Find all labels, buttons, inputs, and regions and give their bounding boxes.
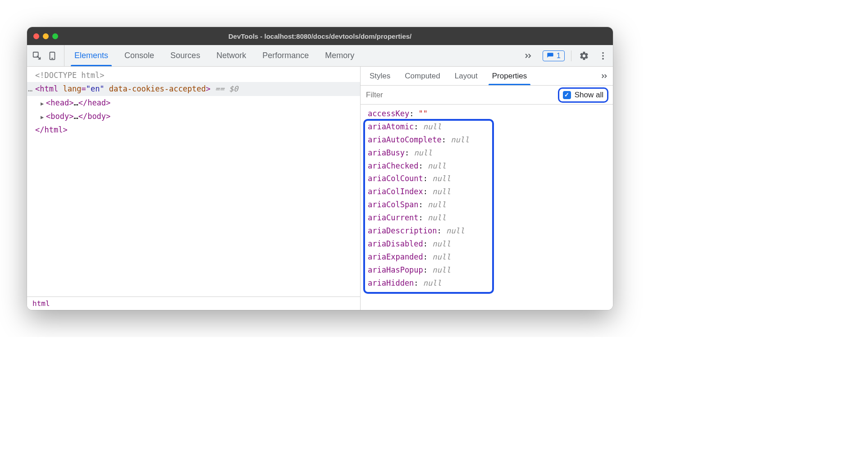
main-tabs-overflow-icon[interactable] <box>519 45 537 66</box>
property-row[interactable]: ariaExpanded: null <box>365 251 608 264</box>
sub-tab-properties[interactable]: Properties <box>485 67 534 85</box>
sidebar-tabs: StylesComputedLayoutProperties <box>361 67 613 86</box>
property-row[interactable]: ariaColIndex: null <box>365 185 608 198</box>
main-tab-network[interactable]: Network <box>208 45 254 66</box>
main-toolbar: ElementsConsoleSourcesNetworkPerformance… <box>27 45 613 67</box>
property-row[interactable]: ariaHidden: null <box>365 277 608 290</box>
property-row[interactable]: accessKey: "" <box>365 107 608 120</box>
main-tab-memory[interactable]: Memory <box>317 45 362 66</box>
issues-icon <box>547 52 554 59</box>
sub-tabs-overflow-icon[interactable] <box>534 67 613 85</box>
dom-node-head[interactable]: ▶<head>…</head> <box>27 96 360 109</box>
separator <box>571 50 571 61</box>
disclosure-triangle-icon[interactable]: ▶ <box>41 100 45 108</box>
dom-tree[interactable]: <!DOCTYPE html> <html lang="en" data-coo… <box>27 67 360 296</box>
dom-panel: <!DOCTYPE html> <html lang="en" data-coo… <box>27 67 361 310</box>
sub-tab-computed[interactable]: Computed <box>397 67 447 85</box>
property-row[interactable]: ariaColSpan: null <box>365 198 608 211</box>
minimize-window-button[interactable] <box>43 33 49 39</box>
sidebar-panel: StylesComputedLayoutProperties ✓ Show al… <box>361 67 613 310</box>
traffic-lights <box>33 33 58 39</box>
maximize-window-button[interactable] <box>52 33 58 39</box>
settings-icon[interactable] <box>578 50 590 62</box>
property-row[interactable]: ariaBusy: null <box>365 146 608 160</box>
devtools-window: DevTools - localhost:8080/docs/devtools/… <box>27 27 613 310</box>
sub-tab-layout[interactable]: Layout <box>448 67 485 85</box>
main-tab-performance[interactable]: Performance <box>254 45 317 66</box>
property-row[interactable]: ariaDescription: null <box>365 224 608 237</box>
filter-input[interactable] <box>365 90 554 100</box>
window-title: DevTools - localhost:8080/docs/devtools/… <box>228 32 411 40</box>
panel-content: <!DOCTYPE html> <html lang="en" data-coo… <box>27 67 613 310</box>
breadcrumb-html[interactable]: html <box>27 296 360 310</box>
issues-count: 1 <box>557 52 561 60</box>
filter-row: ✓ Show all <box>361 86 613 105</box>
disclosure-triangle-icon[interactable]: ▶ <box>41 113 45 122</box>
titlebar: DevTools - localhost:8080/docs/devtools/… <box>27 27 613 45</box>
dom-close-html[interactable]: </html> <box>27 123 360 137</box>
property-row[interactable]: ariaCurrent: null <box>365 211 608 224</box>
property-row[interactable]: ariaAutoComplete: null <box>365 133 608 146</box>
svg-point-5 <box>602 58 604 59</box>
svg-point-4 <box>602 55 604 57</box>
main-tab-sources[interactable]: Sources <box>162 45 208 66</box>
issues-badge[interactable]: 1 <box>543 50 565 61</box>
properties-list[interactable]: accessKey: ""ariaAtomic: nullariaAutoCom… <box>361 105 613 310</box>
inspect-element-icon[interactable] <box>31 50 43 62</box>
close-window-button[interactable] <box>33 33 39 39</box>
property-row[interactable]: ariaHasPopup: null <box>365 264 608 277</box>
svg-point-3 <box>602 52 604 54</box>
device-toggle-icon[interactable] <box>46 50 59 62</box>
property-row[interactable]: ariaAtomic: null <box>365 120 608 133</box>
main-tabs: ElementsConsoleSourcesNetworkPerformance… <box>66 45 519 66</box>
show-all-label: Show all <box>575 91 603 100</box>
main-tab-console[interactable]: Console <box>116 45 162 66</box>
property-row[interactable]: ariaChecked: null <box>365 160 608 173</box>
show-all-toggle[interactable]: ✓ Show all <box>558 87 608 103</box>
kebab-menu-icon[interactable] <box>597 50 609 62</box>
dom-node-body[interactable]: ▶<body>…</body> <box>27 109 360 123</box>
sub-tab-styles[interactable]: Styles <box>362 67 397 85</box>
dom-doctype[interactable]: <!DOCTYPE html> <box>27 68 360 82</box>
main-tab-elements[interactable]: Elements <box>66 45 116 66</box>
dom-node-html[interactable]: <html lang="en" data-cookies-accepted> =… <box>27 82 360 96</box>
property-row[interactable]: ariaColCount: null <box>365 172 608 185</box>
property-row[interactable]: ariaDisabled: null <box>365 237 608 251</box>
checkbox-checked-icon[interactable]: ✓ <box>563 91 571 99</box>
